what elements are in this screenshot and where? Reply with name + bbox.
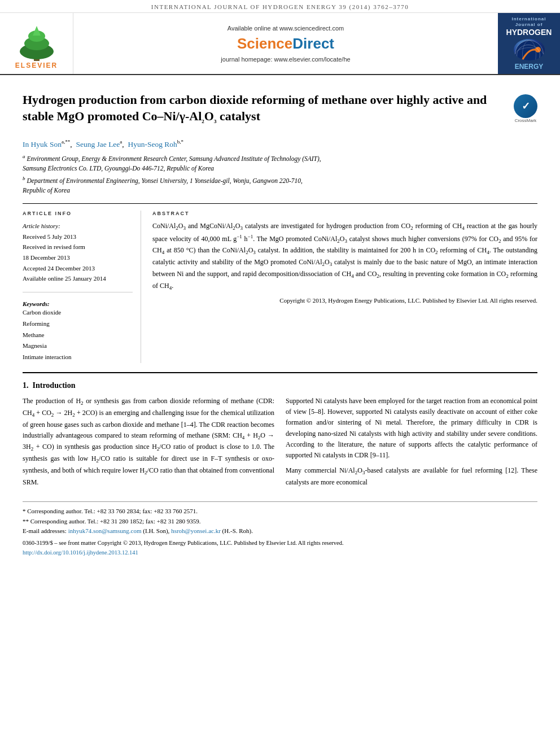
section-1-title: 1. Introduction <box>23 381 537 390</box>
copyright-text: Copyright © 2013, Hydrogen Energy Public… <box>152 296 537 306</box>
keyword-4: Magnesia <box>23 340 133 352</box>
affiliation-b: b Department of Environmental Engineerin… <box>23 175 537 195</box>
crossmark-badge: ✓ CrossMark <box>514 94 537 123</box>
center-banner: Available online at www.sciencedirect.co… <box>73 13 498 74</box>
keyword-1: Carbon dioxide <box>23 307 133 318</box>
introduction-section: 1. Introduction The production of H2 or … <box>23 381 537 492</box>
email-son: inhyuk74.son@samsung.com <box>68 527 142 534</box>
elsevier-wordmark: ELSEVIER <box>15 62 58 69</box>
keyword-2: Reforming <box>23 318 133 330</box>
received-revised-label: Received in revised form <box>23 242 133 252</box>
sciencedirect-direct: Direct <box>292 35 334 52</box>
abstract-column: ABSTRACT CoNi/Al2O3 and MgCoNi/Al2O3 cat… <box>152 211 537 363</box>
abstract-text: CoNi/Al2O3 and MgCoNi/Al2O3 catalysts ar… <box>152 221 537 305</box>
introduction-body: The production of H2 or synthesis gas fr… <box>23 396 537 492</box>
received-date: Received 5 July 2013 <box>23 231 133 242</box>
content-area: ✓ CrossMark Hydrogen production from car… <box>0 75 560 557</box>
email-roh: hsroh@yonsei.ac.kr <box>171 527 221 534</box>
footnote-1: * Corresponding author. Tel.: +82 33 760… <box>23 506 537 517</box>
keyword-3: Methane <box>23 330 133 341</box>
received-revised-date: 18 December 2013 <box>23 252 133 263</box>
authors-line: In Hyuk Sona,**, Seung Jae Leea, Hyun-Se… <box>23 139 537 149</box>
affiliation-a: a Environment Group, Energy & Environmen… <box>23 153 537 173</box>
section-divider <box>23 372 537 373</box>
divider-1 <box>23 292 133 292</box>
keywords-section: Keywords: Carbon dioxide Reforming Metha… <box>23 300 133 363</box>
affiliations: a Environment Group, Energy & Environmen… <box>23 153 537 195</box>
issn-line: 0360-3199/$ – see front matter Copyright… <box>23 539 537 548</box>
sciencedirect-science: Science <box>237 35 292 52</box>
accepted-date: Accepted 24 December 2013 <box>23 263 133 274</box>
elsevier-logo-container: ELSEVIER <box>0 13 73 74</box>
crossmark-label: CrossMark <box>514 118 537 123</box>
author-lee: Seung Jae Lee <box>76 139 120 148</box>
doi-line: http://dx.doi.org/10.1016/j.ijhydene.201… <box>23 548 537 558</box>
sciencedirect-logo: ScienceDirect <box>237 35 334 53</box>
article-info-label: ARTICLE INFO <box>23 211 133 216</box>
right-journal-title-line1: InternationalJournal of <box>511 16 546 28</box>
author-son: In Hyuk Son <box>23 139 62 148</box>
keywords-label: Keywords: <box>23 300 133 307</box>
svg-point-9 <box>535 47 541 53</box>
history-heading: Article history: <box>23 221 133 231</box>
svg-marker-4 <box>33 26 41 36</box>
svg-point-5 <box>515 41 543 60</box>
footnote-2: ** Corresponding author. Tel.: +82 31 28… <box>23 517 537 527</box>
article-history: Article history: Received 5 July 2013 Re… <box>23 221 133 284</box>
right-journal-logo: InternationalJournal of HYDROGEN ENERGY <box>498 13 560 74</box>
footnotes-section: * Corresponding author. Tel.: +82 33 760… <box>23 501 537 557</box>
crossmark-circle-icon: ✓ <box>514 94 537 118</box>
journal-globe-icon <box>514 39 545 60</box>
section-1-label: Introduction <box>33 381 76 390</box>
article-info-column: ARTICLE INFO Article history: Received 5… <box>23 211 141 363</box>
top-banner: ELSEVIER Available online at www.science… <box>0 13 560 75</box>
svg-point-6 <box>515 48 543 60</box>
right-journal-energy: ENERGY <box>515 63 544 71</box>
keyword-5: Intimate interaction <box>23 352 133 363</box>
abstract-label: ABSTRACT <box>152 211 537 216</box>
article-info-abstract-section: ARTICLE INFO Article history: Received 5… <box>23 203 537 363</box>
available-online-text: Available online at www.sciencedirect.co… <box>228 25 344 32</box>
available-online-date: Available online 25 January 2014 <box>23 273 133 284</box>
email-footnote: E-mail addresses: inhyuk74.son@samsung.c… <box>23 526 537 536</box>
right-journal-hydrogen: HYDROGEN <box>506 28 552 37</box>
doi-link: http://dx.doi.org/10.1016/j.ijhydene.201… <box>23 549 138 556</box>
elsevier-tree-icon <box>11 23 62 62</box>
author-roh: Hyun-Seog Roh <box>128 139 177 148</box>
journal-header: INTERNATIONAL JOURNAL OF HYDROGEN ENERGY… <box>0 0 560 13</box>
journal-header-text: INTERNATIONAL JOURNAL OF HYDROGEN ENERGY… <box>151 3 409 10</box>
section-1-number: 1. <box>23 381 29 390</box>
journal-homepage-text: journal homepage: www.elsevier.com/locat… <box>221 56 350 63</box>
article-title-section: ✓ CrossMark Hydrogen production from car… <box>23 92 537 131</box>
article-title: Hydrogen production from carbon dioxide … <box>23 92 537 131</box>
